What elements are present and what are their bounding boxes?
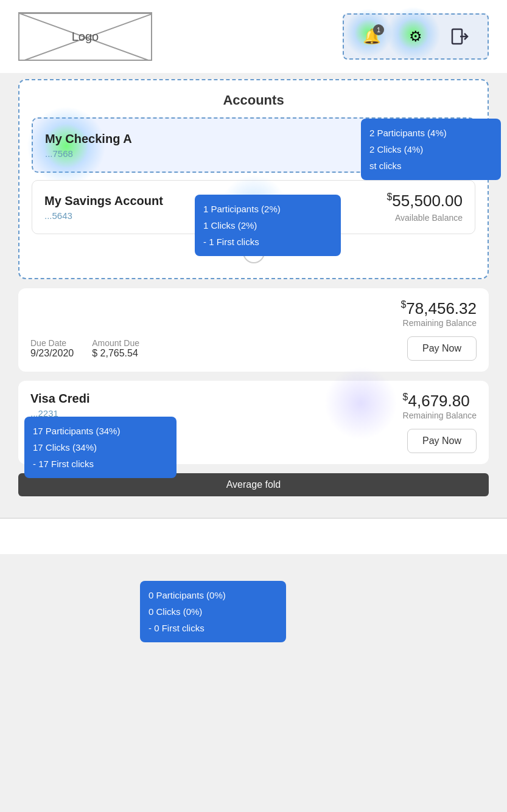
- auto-loan-amount-due-group: Amount Due $ 2,765.54: [92, 338, 139, 359]
- auto-loan-header: $78,456.32 Remaining Balance: [30, 299, 477, 328]
- auto-loan-amount-due-label: Amount Due: [92, 338, 139, 348]
- savings-amount: $55,500.00: [386, 192, 463, 210]
- tooltip-tr-participants: 2 Participants (4%): [369, 125, 492, 141]
- auto-loan-due-date-value: 9/23/2020: [30, 348, 74, 359]
- visa-balance: $4,679.80 Remaining Balance: [403, 392, 477, 420]
- auto-loan-due-date-group: Due Date 9/23/2020: [30, 338, 74, 359]
- tooltip-ml-participants: 1 Participants (2%): [203, 201, 332, 217]
- visa-pay-now-button[interactable]: Pay Now: [407, 429, 477, 453]
- settings-icon-wrap[interactable]: ⚙: [400, 21, 432, 52]
- visa-currency: $: [403, 392, 408, 402]
- auto-loan-card: $78,456.32 Remaining Balance Due Date 9/…: [18, 288, 489, 372]
- auto-loan-pay-now-button[interactable]: Pay Now: [407, 336, 477, 361]
- savings-account-info: My Savings Account ...5643: [44, 194, 163, 221]
- tooltip-bl-clicks: 17 Clicks (34%): [33, 439, 168, 456]
- visa-card-title-group: Visa Credi ...2231: [30, 392, 89, 418]
- visa-amount: $4,679.80: [403, 392, 477, 411]
- savings-currency: $: [386, 192, 392, 202]
- visa-card-header: Visa Credi ...2231 $4,679.80 Remaining B…: [30, 392, 477, 420]
- auto-loan-balance-label: Remaining Balance: [400, 318, 477, 328]
- visa-card-name: Visa Credi: [30, 392, 89, 406]
- notification-icon[interactable]: 🔔 1: [358, 23, 385, 50]
- savings-balance-label: Available Balance: [386, 213, 463, 223]
- tooltip-tr-first-clicks: st clicks: [369, 158, 492, 174]
- tooltip-bl-first-clicks: - 17 First clicks: [33, 456, 168, 472]
- checking-account-info: My Checking A ...7568: [45, 132, 132, 159]
- tooltip-tr-clicks: 2 Clicks (4%): [369, 141, 492, 158]
- auto-loan-amount: $78,456.32: [400, 299, 477, 318]
- savings-account-name: My Savings Account: [44, 194, 163, 208]
- tooltip-v-clicks: 0 Clicks (0%): [149, 603, 278, 620]
- logout-svg: [450, 27, 469, 46]
- tooltip-v-participants: 0 Participants (0%): [149, 587, 278, 603]
- header-icons-container: 🔔 1 ⚙: [343, 13, 489, 60]
- logout-icon[interactable]: [446, 23, 473, 50]
- tooltip-top-right: 2 Participants (4%) 2 Clicks (4%) st cli…: [361, 119, 501, 180]
- logo: Logo: [18, 12, 152, 61]
- header: Logo 🔔 1 ⚙: [0, 0, 507, 73]
- tooltip-bottom-left: 17 Participants (34%) 17 Clicks (34%) - …: [24, 417, 177, 478]
- auto-loan-due-info: Due Date 9/23/2020 Amount Due $ 2,765.54: [30, 338, 139, 359]
- accounts-title: Accounts: [32, 92, 475, 108]
- tooltip-ml-first-clicks: - 1 First clicks: [203, 234, 332, 250]
- checking-account-name: My Checking A: [45, 132, 132, 146]
- savings-account-number: ...5643: [44, 210, 163, 221]
- auto-loan-amount-due-value: $ 2,765.54: [92, 348, 139, 359]
- tooltip-visa: 0 Participants (0%) 0 Clicks (0%) - 0 Fi…: [140, 581, 286, 642]
- notification-icon-wrap[interactable]: 🔔 1: [356, 21, 388, 52]
- tooltip-bl-participants: 17 Participants (34%): [33, 423, 168, 439]
- logout-icon-wrap[interactable]: [444, 21, 475, 52]
- auto-loan-due-date-label: Due Date: [30, 338, 74, 348]
- notification-badge: 1: [373, 24, 384, 35]
- checking-account-number: ...7568: [45, 148, 132, 159]
- visa-card-info: Visa Credi ...2231: [30, 392, 89, 418]
- settings-icon[interactable]: ⚙: [402, 23, 429, 50]
- tooltip-ml-clicks: 1 Clicks (2%): [203, 217, 332, 234]
- tooltip-mid-left: 1 Participants (2%) 1 Clicks (2%) - 1 Fi…: [195, 195, 341, 256]
- logo-text: Logo: [72, 30, 99, 44]
- visa-balance-label: Remaining Balance: [403, 411, 477, 420]
- auto-loan-balance: $78,456.32 Remaining Balance: [400, 299, 477, 328]
- bottom-strip: [0, 518, 507, 554]
- auto-loan-currency: $: [400, 299, 406, 310]
- auto-loan-footer: Due Date 9/23/2020 Amount Due $ 2,765.54…: [30, 336, 477, 361]
- savings-balance: $55,500.00 Available Balance: [386, 192, 463, 223]
- tooltip-v-first-clicks: - 0 First clicks: [149, 620, 278, 636]
